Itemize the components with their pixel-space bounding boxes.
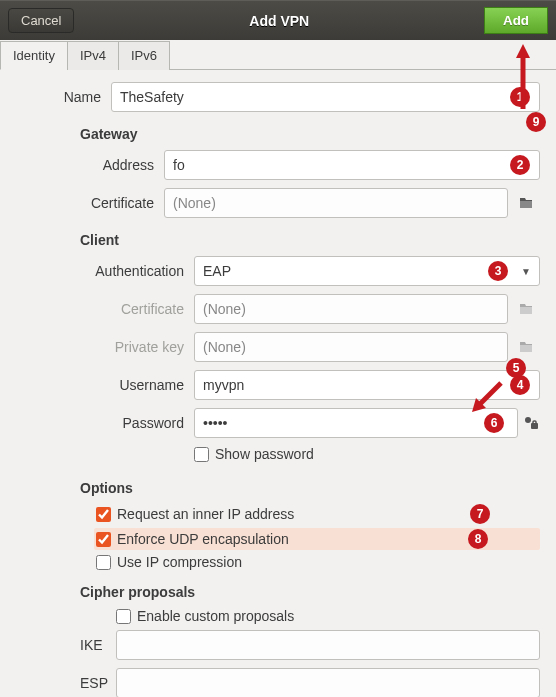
tab-identity[interactable]: Identity <box>0 41 68 70</box>
annotation-badge-4: 4 <box>510 375 530 395</box>
gw-certificate-label: Certificate <box>16 195 164 211</box>
section-client: Client <box>80 232 540 248</box>
show-password-label: Show password <box>215 446 314 462</box>
auth-label: Authentication <box>16 263 194 279</box>
window-title: Add VPN <box>74 13 484 29</box>
ip-compression-label: Use IP compression <box>117 554 242 570</box>
chevron-down-icon: ▼ <box>521 266 531 277</box>
address-label: Address <box>16 157 164 173</box>
enable-custom-checkbox[interactable] <box>116 609 131 624</box>
annotation-badge-6: 6 <box>484 413 504 433</box>
annotation-badge-3: 3 <box>488 261 508 281</box>
password-storage-icon[interactable] <box>522 408 540 438</box>
username-input[interactable] <box>194 370 540 400</box>
cancel-button[interactable]: Cancel <box>8 8 74 33</box>
privkey-label: Private key <box>16 339 194 355</box>
username-label: Username <box>16 377 194 393</box>
title-bar: Cancel Add VPN Add <box>0 0 556 40</box>
annotation-badge-2: 2 <box>510 155 530 175</box>
client-cert-label: Certificate <box>16 301 194 317</box>
esp-input <box>116 668 540 697</box>
file-open-icon[interactable] <box>512 188 540 218</box>
tab-ipv6[interactable]: IPv6 <box>118 41 170 70</box>
ike-label: IKE <box>16 637 116 653</box>
request-inner-checkbox[interactable] <box>96 507 111 522</box>
file-open-icon <box>512 332 540 362</box>
show-password-checkbox[interactable] <box>194 447 209 462</box>
enforce-udp-checkbox[interactable] <box>96 532 111 547</box>
request-inner-label: Request an inner IP address <box>117 506 294 522</box>
section-cipher: Cipher proposals <box>80 584 540 600</box>
ike-input <box>116 630 540 660</box>
privkey-select: (None) <box>194 332 508 362</box>
section-options: Options <box>80 480 540 496</box>
name-input[interactable] <box>111 82 540 112</box>
tabs: Identity IPv4 IPv6 <box>0 40 556 70</box>
add-button[interactable]: Add <box>484 7 548 34</box>
annotation-badge-8: 8 <box>468 529 488 549</box>
file-open-icon <box>512 294 540 324</box>
client-cert-select: (None) <box>194 294 508 324</box>
annotation-badge-7: 7 <box>470 504 490 524</box>
auth-value: EAP <box>203 263 231 279</box>
gw-certificate-select[interactable]: (None) <box>164 188 508 218</box>
password-input[interactable] <box>194 408 518 438</box>
enable-custom-label: Enable custom proposals <box>137 608 294 624</box>
section-gateway: Gateway <box>80 126 540 142</box>
name-label: Name <box>16 89 111 105</box>
svg-point-0 <box>525 417 531 423</box>
password-label: Password <box>16 415 194 431</box>
esp-label: ESP <box>16 675 116 691</box>
address-input[interactable] <box>164 150 540 180</box>
ip-compression-checkbox[interactable] <box>96 555 111 570</box>
annotation-badge-1: 1 <box>510 87 530 107</box>
tab-content: Name 1 Gateway Address 2 Certificate (No… <box>0 70 556 697</box>
enforce-udp-label: Enforce UDP encapsulation <box>117 531 289 547</box>
svg-rect-2 <box>533 421 536 424</box>
tab-ipv4[interactable]: IPv4 <box>67 41 119 70</box>
